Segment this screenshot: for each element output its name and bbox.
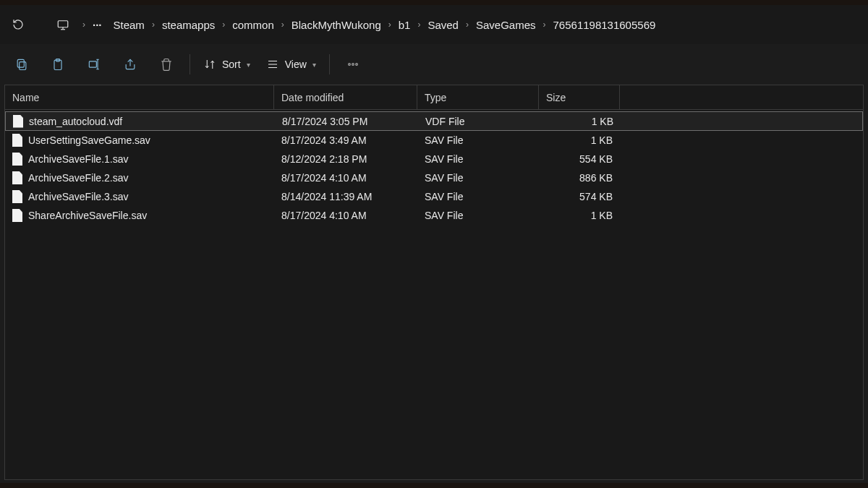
toolbar: Sort ▾ View ▾ [0, 44, 868, 85]
column-name[interactable]: Name ⌃ [5, 85, 274, 109]
breadcrumb-item[interactable]: SaveGames [470, 12, 542, 37]
paste-button[interactable] [41, 50, 75, 79]
file-date: 8/12/2024 2:18 PM [274, 150, 417, 168]
sort-indicator-icon: ⌃ [137, 85, 142, 88]
file-icon [13, 115, 23, 128]
file-list: Name ⌃ Date modified Type Size steam_aut… [4, 85, 864, 480]
column-headers: Name ⌃ Date modified Type Size [5, 85, 863, 110]
file-name: steam_autocloud.vdf [29, 116, 122, 127]
file-icon [12, 171, 22, 184]
file-size: 1 KB [539, 131, 620, 150]
column-type[interactable]: Type [417, 85, 539, 109]
breadcrumb-item[interactable]: Saved [422, 12, 464, 37]
column-date[interactable]: Date modified [274, 85, 417, 109]
file-name: ShareArchiveSaveFile.sav [28, 210, 147, 221]
breadcrumb-separator-icon: › [280, 12, 286, 37]
chevron-down-icon: ▾ [312, 61, 316, 69]
more-button[interactable] [336, 50, 370, 79]
refresh-button[interactable] [3, 9, 33, 40]
breadcrumb-item[interactable]: common [226, 12, 280, 37]
file-date: 8/17/2024 4:10 AM [274, 168, 417, 187]
view-dropdown[interactable]: View ▾ [259, 50, 323, 79]
file-name: ArchiveSaveFile.3.sav [28, 191, 129, 202]
file-name: UserSettingSaveGame.sav [28, 134, 150, 146]
file-name: ArchiveSaveFile.2.sav [28, 172, 129, 184]
svg-rect-3 [20, 62, 26, 70]
svg-rect-7 [89, 61, 96, 67]
file-type: SAV File [417, 131, 539, 150]
breadcrumb-separator-icon: › [387, 12, 393, 37]
breadcrumb-overflow[interactable]: ··· [87, 12, 108, 37]
file-size: 1 KB [539, 206, 620, 225]
file-date: 8/17/2024 4:10 AM [274, 206, 417, 225]
column-size[interactable]: Size [539, 85, 620, 109]
file-row[interactable]: steam_autocloud.vdf8/17/2024 3:05 PMVDF … [5, 111, 863, 131]
svg-point-17 [355, 64, 357, 66]
delete-button[interactable] [149, 50, 184, 79]
file-date: 8/17/2024 3:49 AM [274, 131, 417, 150]
sort-dropdown[interactable]: Sort ▾ [196, 50, 258, 79]
breadcrumb-separator-icon: › [416, 12, 422, 37]
svg-rect-4 [17, 59, 24, 67]
file-row[interactable]: UserSettingSaveGame.sav8/17/2024 3:49 AM… [5, 131, 863, 150]
this-pc-icon[interactable] [48, 9, 78, 40]
file-row[interactable]: ArchiveSaveFile.2.sav8/17/2024 4:10 AMSA… [5, 168, 863, 187]
breadcrumb: ›···Steam›steamapps›common›BlackMythWuko… [80, 12, 865, 37]
file-date: 8/14/2024 11:39 AM [274, 187, 417, 206]
breadcrumb-separator-icon: › [221, 12, 226, 37]
breadcrumb-item[interactable]: 76561198131605569 [548, 12, 662, 37]
breadcrumb-item[interactable]: b1 [393, 12, 417, 37]
file-date: 8/17/2024 3:05 PM [275, 112, 418, 130]
breadcrumb-separator-icon: › [150, 12, 156, 37]
file-size: 574 KB [539, 187, 620, 206]
svg-point-16 [352, 64, 354, 66]
breadcrumb-item[interactable]: BlackMythWukong [286, 12, 387, 37]
file-row[interactable]: ShareArchiveSaveFile.sav8/17/2024 4:10 A… [5, 206, 863, 225]
explorer-window: ›···Steam›steamapps›common›BlackMythWuko… [0, 5, 868, 483]
breadcrumb-item[interactable]: steamapps [156, 12, 221, 37]
share-button[interactable] [113, 50, 148, 79]
breadcrumb-item[interactable]: Steam [108, 12, 150, 37]
file-icon [12, 153, 22, 166]
toolbar-separator [190, 54, 190, 74]
breadcrumb-separator-icon: › [542, 12, 548, 37]
file-type: VDF File [418, 112, 540, 130]
file-icon [12, 190, 22, 203]
sort-label: Sort [222, 59, 241, 70]
breadcrumb-separator-icon: › [464, 12, 470, 37]
rename-button[interactable] [77, 50, 111, 79]
address-bar: ›···Steam›steamapps›common›BlackMythWuko… [0, 5, 868, 44]
file-type: SAV File [417, 150, 539, 168]
file-size: 1 KB [540, 112, 621, 130]
file-icon [12, 134, 22, 147]
view-label: View [285, 59, 307, 70]
file-row[interactable]: ArchiveSaveFile.1.sav8/12/2024 2:18 PMSA… [5, 150, 863, 168]
chevron-down-icon: ▾ [247, 61, 250, 69]
copy-button[interactable] [4, 50, 39, 79]
file-type: SAV File [417, 187, 539, 206]
file-size: 554 KB [539, 150, 620, 168]
file-icon [12, 209, 22, 222]
svg-rect-0 [58, 21, 68, 27]
file-type: SAV File [417, 168, 539, 187]
file-type: SAV File [417, 206, 539, 225]
toolbar-separator [329, 54, 330, 74]
svg-point-15 [348, 64, 350, 66]
file-size: 886 KB [539, 168, 620, 187]
file-name: ArchiveSaveFile.1.sav [28, 153, 129, 165]
breadcrumb-separator-icon: › [81, 12, 87, 37]
file-row[interactable]: ArchiveSaveFile.3.sav8/14/2024 11:39 AMS… [5, 187, 863, 206]
